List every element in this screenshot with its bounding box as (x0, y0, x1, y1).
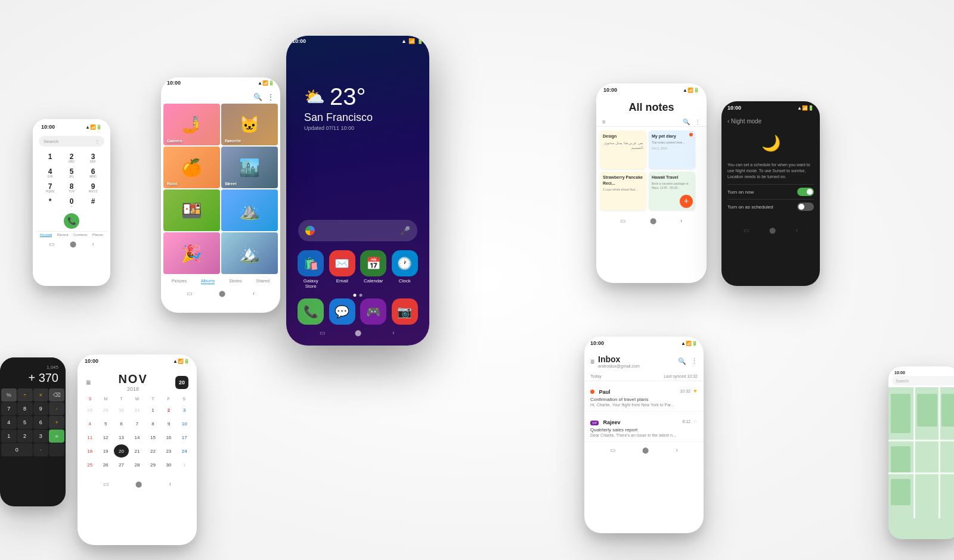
dock-calendar[interactable]: 📅 Calendar (360, 250, 386, 289)
gallery-more-icon[interactable]: ⋮ (267, 93, 274, 101)
album-favorite[interactable]: Favorite 1947 (221, 104, 278, 145)
nav-recent[interactable]: ▭ (316, 326, 328, 338)
calc-dot[interactable]: · (33, 443, 49, 456)
dock-galaxy-store[interactable]: 🛍️ GalaxyStore (298, 250, 324, 289)
night-toggle-section: You can set a schedule for when you want… (721, 158, 820, 217)
camera2-icon: 📷 (392, 298, 418, 325)
calc-0[interactable]: 0 (1, 443, 33, 456)
note-hawaii[interactable]: Hawaii Travel Book a vacation package to… (649, 172, 695, 210)
dial-4[interactable]: 4GHI (40, 166, 60, 180)
email-search-icon[interactable]: 🔍 (678, 357, 686, 365)
dial-0[interactable]: 0+ (61, 196, 82, 210)
gallery-search-icon[interactable]: 🔍 (253, 93, 262, 101)
note-pancake[interactable]: Strawberry Pancake Reci... 3 cups whole … (600, 172, 646, 210)
calendar-label: Calendar (364, 278, 383, 284)
album-camera[interactable]: Camera 5174 (163, 104, 220, 145)
tab-stories[interactable]: Stories (229, 279, 242, 284)
calc-minus[interactable]: - (49, 402, 64, 415)
dial-6[interactable]: 6MNO (83, 166, 103, 180)
calc-equals[interactable]: = (49, 430, 64, 443)
notes-menu-icon[interactable]: ≡ (602, 119, 606, 125)
dial-7[interactable]: 7PQRS (40, 181, 60, 195)
email-item-paul[interactable]: Paul 10:32 ★ Confirmation of travel plan… (584, 381, 704, 412)
album-food[interactable]: Food 22 (163, 147, 220, 188)
tab-places[interactable]: Places (92, 233, 103, 237)
dial-1[interactable]: 1 (40, 151, 60, 165)
dial-8[interactable]: 8TUV (61, 181, 82, 195)
dock-clock[interactable]: 🕐 Clock (392, 250, 418, 289)
calc-plus[interactable]: + (49, 416, 64, 429)
dock-game[interactable]: 🎮 (360, 298, 386, 325)
dock-camera[interactable]: 📷 (392, 298, 418, 325)
calc-5[interactable]: 5 (17, 416, 33, 429)
note-design[interactable]: Design نص عربي هنا يمثل محتوى التصميم (600, 130, 646, 169)
notes-more-icon[interactable]: ⋮ (695, 119, 701, 125)
star-paul[interactable]: ★ (693, 388, 698, 394)
clock-icon: 🕐 (392, 250, 418, 276)
calc-9[interactable]: 9 (33, 402, 49, 415)
tab-recent[interactable]: Recent (57, 233, 69, 237)
tab-contacts[interactable]: Contacts (73, 233, 88, 237)
phone-map: 10:00 Search (888, 366, 954, 539)
album-8[interactable] (221, 232, 278, 274)
calc-multiply[interactable]: × (33, 388, 49, 402)
dial-9[interactable]: 9WXYZ (83, 181, 103, 195)
email-header: ≡ Inbox androidux@gmail.com 🔍 ⋮ (584, 347, 704, 372)
tab-albums[interactable]: Albums (201, 279, 215, 284)
map-search-bar[interactable]: Search (892, 376, 954, 385)
tab-shared[interactable]: Shared (256, 279, 270, 284)
note-pet-diary[interactable]: My pet diary Trip notes content here... … (649, 130, 695, 169)
nav-back[interactable]: ‹ (388, 326, 399, 338)
album-5[interactable] (163, 189, 220, 231)
toggle-scheduled[interactable] (797, 203, 814, 211)
calc-3[interactable]: 3 (33, 430, 49, 443)
tab-keypad[interactable]: Keypad (40, 233, 52, 237)
tab-pictures[interactable]: Pictures (172, 279, 187, 284)
call-button[interactable]: 📞 (64, 213, 79, 229)
dialer-search[interactable]: Search ⋮ (39, 136, 104, 147)
dial-5[interactable]: 5JKL (61, 166, 82, 180)
calc-7[interactable]: 7 (1, 402, 17, 415)
calc-6[interactable]: 6 (33, 416, 49, 429)
dial-star[interactable]: * (40, 196, 60, 210)
night-description: You can set a schedule for when you want… (727, 162, 814, 179)
calc-result: + 370 (5, 371, 61, 385)
email-menu-icon[interactable]: ≡ (590, 357, 594, 366)
toggle-now[interactable] (797, 188, 814, 196)
vip-badge: VIP (590, 421, 599, 425)
email-more-icon[interactable]: ⋮ (691, 357, 698, 365)
dial-3[interactable]: 3DEF (83, 151, 103, 165)
dialpad: 1 2ABC 3DEF 4GHI 5JKL 6MNO 7PQRS 8TUV 9W… (35, 149, 108, 212)
dock-phone[interactable]: 📞 (298, 298, 324, 325)
album-street[interactable]: Street 124 (221, 147, 278, 188)
calc-backspace[interactable]: ⌫ (49, 388, 64, 402)
google-logo (305, 226, 315, 235)
calc-1[interactable]: 1 (1, 430, 17, 443)
add-note-fab[interactable]: + (680, 195, 693, 208)
calendar-menu-icon[interactable]: ≡ (86, 378, 91, 387)
weather-widget: ⛅ 23° San Francisco Updated 07/11 10:00 (304, 83, 373, 131)
calc-percent[interactable]: % (1, 388, 17, 402)
status-bar-night: 10:00 ▲📶🔋 (721, 101, 820, 112)
star-rajeev[interactable]: ☆ (693, 418, 698, 424)
calc-divide[interactable]: ÷ (17, 388, 33, 402)
night-back-button[interactable]: ‹ Night mode (727, 118, 761, 125)
calc-4[interactable]: 4 (1, 416, 17, 429)
dial-2[interactable]: 2ABC (61, 151, 82, 165)
notes-search-icon[interactable]: 🔍 (683, 119, 690, 125)
dock-email[interactable]: ✉️ Email (329, 250, 355, 289)
calendar-date-badge[interactable]: 20 (175, 376, 188, 389)
phone-calendar: 10:00 ▲📶🔋 ≡ NOV 2018 20 S M T W T F S 28… (78, 354, 197, 545)
calc-2[interactable]: 2 (17, 430, 33, 443)
nav-home[interactable]: ⬤ (352, 326, 364, 338)
album-7[interactable] (163, 232, 220, 274)
calendar-month: NOV (118, 372, 147, 386)
google-search-bar[interactable]: 🎤 (298, 220, 417, 241)
dial-hash[interactable]: # (83, 196, 103, 210)
dock-messages[interactable]: 💬 (329, 298, 355, 325)
calc-8[interactable]: 8 (17, 402, 33, 415)
calendar-header: ≡ NOV 2018 20 (78, 365, 197, 394)
album-6[interactable] (221, 189, 278, 231)
calc-screen: 1,045 + 370 (0, 357, 66, 387)
email-item-rajeev[interactable]: VIP Rajeev 8:12 ☆ Quatrterly sales repor… (584, 412, 704, 442)
